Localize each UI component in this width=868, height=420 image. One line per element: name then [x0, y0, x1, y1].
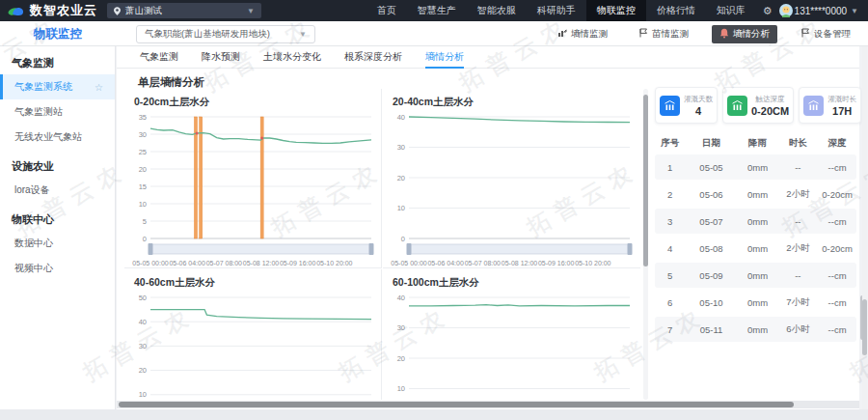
table-cell: --: [777, 162, 818, 173]
moisture-line-series: [409, 305, 630, 306]
svg-text:35: 35: [139, 113, 147, 122]
tab-土壤水分变化[interactable]: 土壤水分变化: [263, 46, 321, 69]
action-button-label: 墒情监测: [571, 28, 608, 41]
action-button-苗情监测[interactable]: 苗情监测: [631, 25, 696, 43]
location-select[interactable]: 萧山测试 ▼: [107, 3, 261, 18]
table-cell: 05-05: [685, 162, 737, 173]
irrigation-event-bar: [200, 117, 203, 238]
stat-text: 触达深度0-20CM: [751, 95, 789, 117]
datazoom-handle-right[interactable]: [628, 243, 633, 255]
sidebar-item-label: 视频中心: [14, 262, 53, 275]
stat-label: 触达深度: [751, 95, 789, 104]
svg-text:40: 40: [139, 318, 147, 326]
table-cell: 05-10: [685, 297, 737, 308]
table-cell: 0mm: [738, 297, 778, 308]
svg-text:10: 10: [139, 390, 147, 399]
table-row: 705-110mm6小时--cm: [655, 317, 856, 342]
table-cell: 0mm: [738, 216, 778, 227]
svg-text:40: 40: [397, 113, 405, 122]
action-button-墒情分析[interactable]: 墒情分析: [712, 25, 777, 43]
svg-text:20: 20: [397, 174, 405, 182]
device-manage-icon: [800, 28, 810, 40]
tab-降水预测[interactable]: 降水预测: [202, 46, 240, 69]
svg-text:5: 5: [143, 217, 147, 226]
column-header-日期: 日期: [685, 137, 737, 150]
tab-气象监测[interactable]: 气象监测: [140, 46, 178, 69]
sidebar-item-视频中心[interactable]: 视频中心: [0, 256, 115, 281]
svg-text:20: 20: [139, 165, 147, 174]
horizontal-scrollbar-thumb[interactable]: [119, 402, 794, 407]
nav-item-智慧生产[interactable]: 智慧生产: [407, 0, 467, 21]
action-button-设备管理[interactable]: 设备管理: [793, 25, 858, 43]
nav-item-智能农服[interactable]: 智能农服: [467, 0, 527, 21]
table-cell: 5: [655, 270, 685, 281]
nav-item-价格行情[interactable]: 价格行情: [646, 0, 706, 21]
column-header-时长: 时长: [777, 137, 818, 150]
svg-text:10: 10: [397, 384, 405, 393]
table-cell: --cm: [818, 270, 856, 281]
table-row: 105-050mm----cm: [655, 154, 856, 180]
star-icon[interactable]: ☆: [95, 82, 103, 93]
field-selector[interactable]: 气象职能(萧山基地研发用地块) ▼: [136, 25, 315, 43]
datazoom-slider[interactable]: [409, 244, 630, 254]
avatar[interactable]: [779, 4, 793, 17]
action-button-墒情监测[interactable]: 墒情监测: [550, 25, 615, 43]
page-scrollbar-thumb[interactable]: [862, 299, 867, 355]
svg-text:0: 0: [401, 235, 405, 243]
table-row: 605-100mm7小时--cm: [655, 290, 856, 315]
footer-strip: [0, 409, 868, 420]
chart-title: 0-20cm土层水分: [124, 89, 381, 109]
svg-text:20: 20: [139, 366, 147, 375]
chart-title: 60-100cm土层水分: [383, 269, 640, 290]
top-navbar: 数智农业云 萧山测试 ▼ 首页智慧生产智能农服科研助手物联监控价格行情知识库 ⚙…: [0, 0, 868, 21]
table-cell: 4: [655, 243, 685, 254]
stat-value: 4: [684, 105, 713, 117]
svg-text:05-09 16:00: 05-09 16:00: [538, 260, 574, 266]
sidebar-item-数据中心[interactable]: 数据中心: [0, 231, 115, 256]
nav-item-科研助手[interactable]: 科研助手: [527, 0, 586, 21]
event-marker-dot: [260, 136, 263, 139]
stat-label: 灌溉时长: [827, 95, 856, 104]
svg-text:05-05 00:00: 05-05 00:00: [391, 260, 426, 266]
sidebar-item-label: 气象监测系统: [14, 80, 72, 94]
sidebar-item-lora设备[interactable]: lora设备: [0, 178, 115, 203]
gear-icon[interactable]: ⚙: [756, 5, 779, 17]
column-header-深度: 深度: [818, 137, 856, 150]
table-cell: 3: [655, 216, 685, 227]
table-cell: 7小时: [777, 296, 818, 309]
app-window: 数智农业云 萧山测试 ▼ 首页智慧生产智能农服科研助手物联监控价格行情知识库 ⚙…: [0, 0, 868, 420]
user-name: 131****0000: [795, 6, 848, 16]
tab-根系深度分析[interactable]: 根系深度分析: [344, 46, 402, 69]
user-menu[interactable]: 131****0000 ▼: [793, 6, 868, 16]
table-cell: 6小时: [777, 323, 818, 336]
table-cell: 05-07: [685, 216, 737, 227]
table-cell: 05-09: [685, 270, 737, 281]
subheader-bar: 物联监控 气象职能(萧山基地研发用地块) ▼ 墒情监测苗情监测墒情分析设备管理: [0, 21, 868, 46]
table-cell: 2小时: [777, 242, 818, 255]
sidebar-item-无线农业气象站[interactable]: 无线农业气象站: [0, 125, 115, 150]
sidebar-section-设施农业: 设施农业: [0, 150, 115, 178]
event-marker-dot: [196, 131, 199, 134]
datazoom-handle-left[interactable]: [149, 243, 153, 255]
column-header-序号: 序号: [655, 137, 685, 150]
svg-text:20: 20: [397, 354, 405, 363]
table-header-row: 序号日期降雨时长深度: [655, 133, 856, 153]
nav-item-物联监控[interactable]: 物联监控: [586, 0, 646, 21]
sidebar-item-气象监测站[interactable]: 气象监测站: [0, 99, 115, 125]
sidebar: 气象监测气象监测系统☆气象监测站无线农业气象站设施农业lora设备物联中心数据中…: [0, 46, 116, 409]
charts-scrollbar: [643, 89, 648, 400]
charts-grid: 0-20cm土层水分0510152025303505-05 00:0005-06…: [124, 89, 642, 400]
charts-scrollbar-thumb[interactable]: [643, 95, 648, 266]
datazoom-handle-right[interactable]: [369, 243, 374, 255]
nav-item-首页[interactable]: 首页: [366, 0, 407, 21]
datazoom-slider[interactable]: [150, 244, 371, 254]
stat-text: 灌溉天数4: [684, 95, 713, 117]
datazoom-handle-left[interactable]: [407, 243, 412, 255]
nav-item-知识库[interactable]: 知识库: [706, 0, 756, 21]
tab-墒情分析[interactable]: 墒情分析: [425, 46, 464, 69]
sidebar-item-气象监测系统[interactable]: 气象监测系统☆: [0, 74, 115, 99]
table-cell: --: [777, 216, 818, 227]
svg-text:05-06 04:00: 05-06 04:00: [169, 260, 204, 266]
table-cell: 0-20cm: [818, 189, 856, 200]
svg-text:05-10 20:00: 05-10 20:00: [575, 260, 610, 266]
